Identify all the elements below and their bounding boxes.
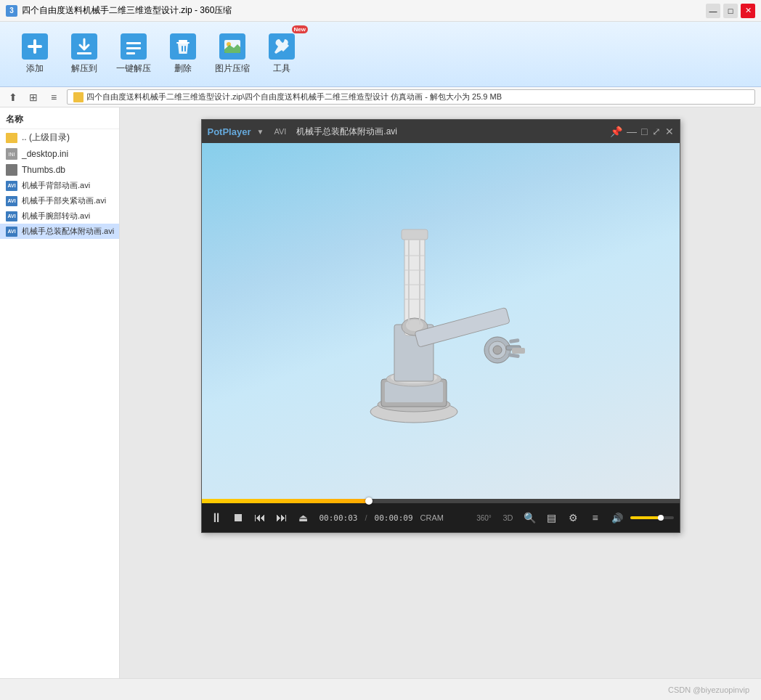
player-maximize-button[interactable]: ⤢ (652, 126, 661, 137)
extract-button[interactable]: 解压到 (61, 28, 107, 81)
breadcrumb: ⬆ ⊞ ≡ 四个自由度送料机械手二维三维造型设计.zip\四个自由度送料机械手二… (0, 87, 761, 107)
player-titlebar: PotPlayer ▼ AVI 机械手总装配体附动画.avi 📌 — □ ⤢ ✕ (202, 120, 680, 143)
player-title-text: 机械手总装配体附动画.avi (296, 126, 604, 138)
volume-track[interactable] (630, 516, 674, 519)
volume-thumb (658, 515, 664, 521)
player-window: PotPlayer ▼ AVI 机械手总装配体附动画.avi 📌 — □ ⤢ ✕ (201, 119, 680, 533)
path-folder-icon (73, 92, 84, 102)
time-current: 00:00:03 (320, 513, 358, 523)
file-item-avi-3[interactable]: AVI 机械手腕部转动.avi (0, 208, 119, 224)
play-pause-button[interactable]: ⏸ (208, 509, 225, 526)
player-controls: ⏸ ⏹ ⏮ ⏭ ⏏ 00:00:03 / 00:00:09 CRAM 360° … (202, 503, 680, 532)
svg-rect-4 (77, 52, 91, 54)
player-video[interactable] (202, 143, 680, 499)
title-text: 四个自由度送料机械手二维三维造型设计.zip - 360压缩 (22, 4, 232, 17)
toolbar: 添加 解压到 一键解压 (0, 22, 761, 87)
file-name-ini: _desktop.ini (22, 149, 68, 159)
file-list: 名称 .. (上级目录) INI _desktop.ini Thumbs.db … (0, 107, 120, 678)
file-item-parent[interactable]: .. (上级目录) (0, 129, 119, 146)
volume-icon: 🔊 (611, 513, 623, 524)
file-item-desktop-ini[interactable]: INI _desktop.ini (0, 146, 119, 162)
svg-rect-13 (184, 46, 186, 52)
player-pin-button[interactable]: 📌 (610, 126, 622, 137)
next-button[interactable]: ⏭ (273, 509, 290, 526)
avi-icon-1: AVI (6, 181, 17, 191)
tools-button[interactable]: 工具 (259, 28, 305, 81)
db-icon (6, 164, 17, 176)
progress-track[interactable] (202, 499, 680, 503)
add-icon (22, 33, 48, 60)
tools-icon (269, 33, 295, 60)
player-format: AVI (269, 127, 290, 136)
tools-wrapper: 工具 New (259, 28, 305, 81)
minimize-button[interactable]: — (706, 4, 720, 18)
grid-view-button[interactable]: ⊞ (26, 90, 41, 105)
player-minimize-button[interactable]: — (627, 126, 637, 137)
restore-button[interactable]: □ (723, 4, 738, 18)
progress-fill (202, 499, 369, 503)
status-bar: CSDN @biyezuopinvip (0, 678, 761, 700)
stop-button[interactable]: ⏹ (229, 509, 247, 526)
settings-button[interactable]: ⚙ (565, 509, 582, 526)
volume-fill (630, 516, 661, 519)
svg-rect-10 (179, 40, 187, 42)
tools-label: 工具 (273, 62, 290, 75)
path-text: 四个自由度送料机械手二维三维造型设计.zip\四个自由度送料机械手二维三维造型设… (86, 91, 502, 102)
zoom-button[interactable]: 🔍 (521, 509, 539, 526)
main-area: 名称 .. (上级目录) INI _desktop.ini Thumbs.db … (0, 107, 761, 678)
ini-icon: INI (6, 148, 17, 160)
svg-rect-2 (33, 39, 36, 54)
title-bar: 3 四个自由度送料机械手二维三维造型设计.zip - 360压缩 — □ ✕ (0, 0, 761, 22)
svg-rect-5 (121, 33, 147, 60)
file-list-header: 名称 (0, 110, 119, 129)
subtitle-button[interactable]: ▤ (543, 509, 561, 526)
svg-rect-8 (126, 52, 135, 54)
progress-bar[interactable] (202, 499, 680, 503)
file-item-thumbs[interactable]: Thumbs.db (0, 162, 119, 178)
file-name-avi-1: 机械手背部动画.avi (22, 180, 90, 191)
file-name-avi-4: 机械手总装配体附动画.avi (22, 226, 114, 237)
avi-icon-2: AVI (6, 196, 17, 206)
compress-button[interactable]: 图片压缩 (209, 28, 256, 81)
file-item-avi-2[interactable]: AVI 机械手手部夹紧动画.avi (0, 193, 119, 208)
file-name-db: Thumbs.db (22, 165, 65, 175)
extract-label: 解压到 (71, 62, 97, 75)
extract-icon (71, 33, 97, 60)
list-view-button[interactable]: ≡ (46, 90, 61, 105)
robot-arm-svg (301, 198, 534, 444)
svg-rect-6 (126, 42, 141, 44)
player-win-controls: 📌 — □ ⤢ ✕ (610, 126, 673, 137)
player-close-button[interactable]: ✕ (665, 126, 674, 137)
svg-rect-12 (182, 46, 183, 52)
player-dropdown-icon[interactable]: ▼ (256, 128, 264, 136)
new-badge: New (292, 25, 308, 33)
add-label: 添加 (26, 62, 44, 75)
eject-button[interactable]: ⏏ (295, 509, 312, 526)
progress-thumb (365, 497, 373, 505)
avi-icon-4: AVI (6, 227, 17, 237)
delete-icon (170, 33, 196, 60)
delete-label: 删除 (174, 62, 192, 75)
player-restore-button[interactable]: □ (641, 126, 647, 137)
prev-button[interactable]: ⏮ (251, 509, 269, 526)
folder-icon (6, 133, 17, 143)
delete-button[interactable]: 删除 (160, 28, 206, 81)
svg-point-38 (493, 346, 502, 354)
svg-rect-40 (402, 229, 428, 240)
onekey-icon (121, 33, 147, 60)
3d-button[interactable]: 3D (500, 509, 517, 526)
avi-icon-3: AVI (6, 211, 17, 221)
onekey-button[interactable]: 一键解压 (110, 28, 157, 81)
360-button[interactable]: 360° (473, 509, 495, 526)
file-name-parent: .. (上级目录) (22, 131, 70, 144)
add-button[interactable]: 添加 (12, 28, 58, 81)
player-container: PotPlayer ▼ AVI 机械手总装配体附动画.avi 📌 — □ ⤢ ✕ (120, 107, 761, 678)
onekey-label: 一键解压 (116, 62, 151, 75)
svg-rect-39 (512, 348, 525, 354)
file-item-avi-1[interactable]: AVI 机械手背部动画.avi (0, 178, 119, 193)
back-button[interactable]: ⬆ (6, 90, 20, 105)
window-controls: — □ ✕ (706, 4, 755, 18)
file-item-avi-4[interactable]: AVI 机械手总装配体附动画.avi (0, 224, 119, 239)
close-button[interactable]: ✕ (741, 4, 755, 18)
menu-button[interactable]: ≡ (587, 509, 604, 526)
